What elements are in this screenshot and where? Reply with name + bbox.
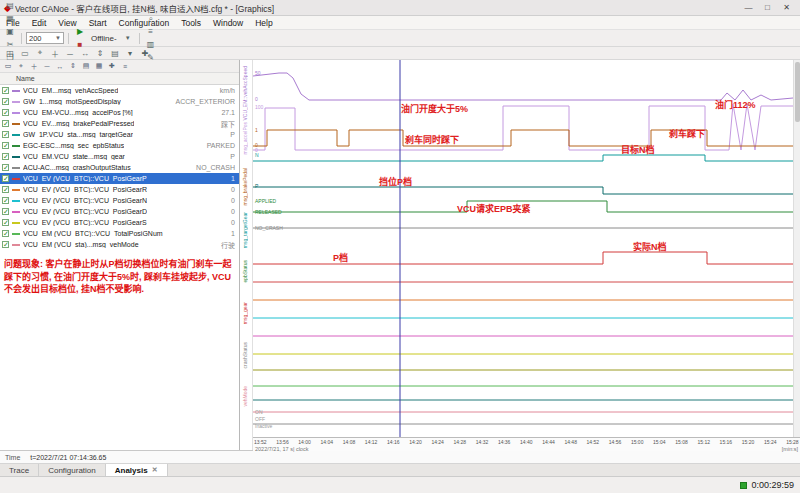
- cursor-mode-icon[interactable]: ⌖: [33, 47, 47, 60]
- open-config-icon[interactable]: ▦: [3, 12, 17, 25]
- maximize-button[interactable]: □: [758, 0, 777, 15]
- close-button[interactable]: ✕: [777, 0, 796, 15]
- signal-value-label: P: [230, 153, 237, 160]
- offline-mode-label[interactable]: Offline-: [88, 34, 120, 43]
- menu-item-edit[interactable]: Edit: [26, 18, 53, 28]
- checkbox-icon[interactable]: ✓: [2, 186, 9, 193]
- signal-color-swatch: [12, 211, 20, 213]
- checkbox-icon[interactable]: ✓: [2, 120, 9, 127]
- signal-value-label: km/h: [220, 87, 237, 94]
- plot-annotation: P档: [333, 252, 348, 263]
- checkbox-icon[interactable]: ✓: [2, 197, 9, 204]
- tab-trace[interactable]: Trace: [0, 464, 39, 476]
- fit-width-icon[interactable]: ↔: [54, 61, 66, 72]
- menu-item-start[interactable]: Start: [83, 18, 113, 28]
- checkbox-icon[interactable]: ✓: [2, 109, 9, 116]
- plot-vertical-scrollbar[interactable]: [793, 60, 800, 437]
- bottom-tabs: TraceConfigurationAnalysis✕: [0, 464, 800, 477]
- zoom-out-icon[interactable]: －: [63, 47, 77, 60]
- graphics-plot-canvas[interactable]: 500100010NPAPPLIEDRELEASEDNO_CRASHONOFFI…: [253, 60, 793, 437]
- grid-icon[interactable]: ▦: [93, 61, 105, 72]
- rotated-signal-name: msg_brakePedal: [242, 168, 248, 206]
- plot-annotation: 挡位P档: [379, 176, 412, 187]
- menu-item-help[interactable]: Help: [249, 18, 278, 28]
- fit-height-icon[interactable]: ⇕: [67, 61, 79, 72]
- save-config-icon[interactable]: ▣: [3, 25, 17, 38]
- checkbox-icon[interactable]: ✓: [2, 142, 9, 149]
- signal-value-label: 1: [231, 230, 237, 237]
- add-signal-icon[interactable]: ✚: [138, 47, 152, 60]
- checkbox-icon[interactable]: ✓: [2, 230, 9, 237]
- checkbox-icon[interactable]: ✓: [2, 164, 9, 171]
- signal-row[interactable]: ✓VCU_EV (VCU_BTC)::VCU_PosiGearN0: [0, 195, 239, 206]
- zoom-combo[interactable]: 200 ▼: [26, 32, 64, 44]
- legend-toggle-icon[interactable]: ▤: [80, 61, 92, 72]
- signal-row[interactable]: ✓EGC-ESC...msg_sec_epbStatusPARKED: [0, 140, 239, 151]
- start-measurement-icon[interactable]: ▶: [73, 25, 87, 38]
- signal-row[interactable]: ✓VCU_EM.VCU_state...msg_gearP: [0, 151, 239, 162]
- plot-annotation: 刹车同时踩下: [405, 134, 459, 145]
- signal-row[interactable]: ✓VCU_EM-VCU...msg_accelPos [%]27.1: [0, 107, 239, 118]
- menu-item-tools[interactable]: Tools: [175, 18, 207, 28]
- new-config-icon[interactable]: ▤: [3, 0, 17, 12]
- time-tick: 14:04: [321, 439, 334, 445]
- signal-row[interactable]: ✓VCU_EV (VCU_BTC)::VCU_PosiGearR0: [0, 184, 239, 195]
- add-series-icon[interactable]: ✚: [106, 61, 118, 72]
- time-tick: 14:24: [431, 439, 444, 445]
- checkbox-icon[interactable]: ✓: [2, 241, 9, 248]
- search-icon[interactable]: ⌕: [144, 12, 158, 25]
- close-tab-icon[interactable]: ✕: [152, 466, 158, 474]
- time-axis-unit-label: [min:s]: [782, 446, 798, 452]
- signal-dropdown-icon[interactable]: ▾: [123, 47, 137, 60]
- chevron-down-icon[interactable]: ▼: [121, 32, 135, 45]
- signal-row[interactable]: ✓ACU-AC...msg_crashOutputStatusNO_CRASH: [0, 162, 239, 173]
- measurement-status-icon: [740, 482, 747, 489]
- zoom-in-tool-icon[interactable]: ＋: [28, 61, 40, 72]
- checkbox-icon[interactable]: ✓: [2, 98, 9, 105]
- tab-configuration[interactable]: Configuration: [39, 464, 106, 476]
- selection-mode-icon[interactable]: ▭: [18, 47, 32, 60]
- signal-row[interactable]: ✓VCU_EV (VCU_BTC)::VCU_PosiGearD0: [0, 206, 239, 217]
- toolbar-separator: [21, 33, 22, 44]
- y-axis-label: APPLIED: [255, 198, 277, 204]
- signal-name-label: GW_1...msg_motSpeedDisplay: [23, 98, 121, 105]
- signal-row[interactable]: ✓GW_1P.VCU_sta...msg_targetGearP: [0, 129, 239, 140]
- tab-label: Trace: [9, 466, 29, 475]
- crosshair-tool-icon[interactable]: ⌖: [15, 61, 27, 72]
- menu-item-window[interactable]: Window: [207, 18, 249, 28]
- fit-x-icon[interactable]: ↔: [78, 47, 92, 60]
- signal-row[interactable]: ✓VCU_EM (VCU_sta)...msg_vehMode行驶: [0, 239, 239, 250]
- checkbox-icon[interactable]: ✓: [2, 87, 9, 94]
- signal-row[interactable]: ✓VCU_EV (VCU_BTC)::VCU_PosiGearP1: [0, 173, 239, 184]
- signal-row[interactable]: ✓VCU_EV...msg_brakePedalPressed踩下: [0, 118, 239, 129]
- legend-column-header[interactable]: Name: [0, 73, 239, 85]
- select-tool-icon[interactable]: ▭: [2, 61, 14, 72]
- checkbox-icon[interactable]: ✓: [2, 208, 9, 215]
- signal-row[interactable]: ✓VCU_EV (VCU_BTC)::VCU_PosiGearS0: [0, 217, 239, 228]
- signal-value-label: 0: [231, 219, 237, 226]
- zoom-out-tool-icon[interactable]: －: [41, 61, 53, 72]
- signal-row[interactable]: ✓VCU_EM (VCU_BTC)::VCU_TotalPosiGNum1: [0, 228, 239, 239]
- toolbar-separator: [68, 33, 69, 44]
- scrollbar-thumb[interactable]: [795, 62, 800, 122]
- rotated-signal-name: epbStatus: [242, 260, 248, 283]
- signal-row[interactable]: ✓VCU_EM...msg_vehAccSpeedkm/h: [0, 85, 239, 96]
- options-icon[interactable]: ≡: [119, 61, 131, 72]
- rotated-signal-name: vehMode: [242, 386, 248, 407]
- checkbox-icon[interactable]: ✓: [2, 175, 9, 182]
- minimize-button[interactable]: —: [739, 0, 758, 15]
- signal-row[interactable]: ✓GW_1...msg_motSpeedDisplayACCR_EXTERIOR: [0, 96, 239, 107]
- checkbox-icon[interactable]: ✓: [2, 131, 9, 138]
- statusbar: 0:00:29:59: [0, 477, 800, 493]
- grid-toggle-icon[interactable]: ▤: [108, 47, 122, 60]
- checkbox-icon[interactable]: ✓: [2, 153, 9, 160]
- checkbox-icon[interactable]: ✓: [2, 219, 9, 226]
- zoom-combo-value: 200: [29, 34, 42, 43]
- zoom-in-icon[interactable]: ＋: [48, 47, 62, 60]
- fit-y-icon[interactable]: ⇕: [93, 47, 107, 60]
- tab-analysis[interactable]: Analysis✕: [106, 464, 168, 476]
- trace-window-icon[interactable]: ≡: [144, 25, 158, 38]
- y-axis-label: 1: [255, 127, 258, 133]
- plot-column: 500100010NPAPPLIEDRELEASEDNO_CRASHONOFFI…: [253, 60, 800, 450]
- window-layout-icon[interactable]: ◫: [3, 47, 17, 60]
